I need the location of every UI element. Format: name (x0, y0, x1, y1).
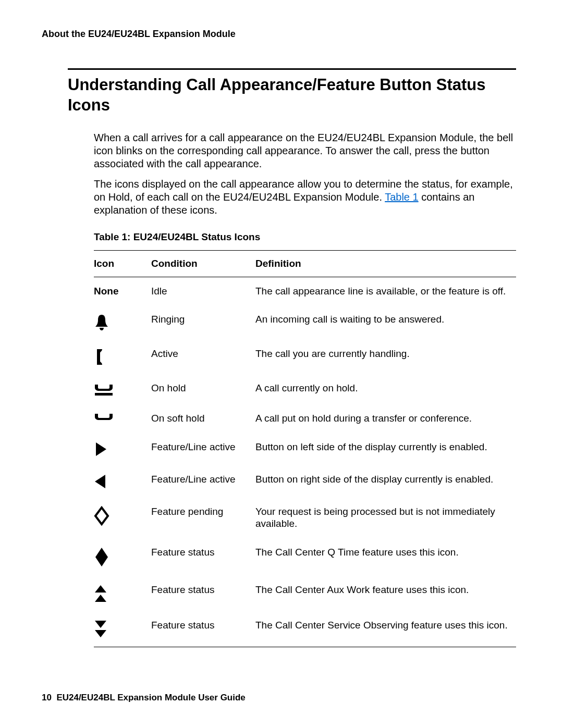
th-definition: Definition (255, 250, 516, 277)
page-footer: 10 EU24/EU24BL Expansion Module User Gui… (42, 693, 246, 703)
condition-cell: Ringing (151, 305, 255, 340)
svg-marker-2 (95, 475, 105, 488)
table-row: Active The call you are currently handli… (94, 340, 516, 374)
svg-marker-7 (95, 621, 106, 628)
svg-rect-0 (95, 393, 113, 396)
hold-icon (94, 382, 146, 396)
definition-cell: The Call Center Q Time feature uses this… (255, 538, 516, 576)
icon-cell (94, 340, 151, 374)
main-content: Understanding Call Appearance/Feature Bu… (68, 68, 516, 647)
svg-marker-5 (95, 585, 106, 593)
condition-cell: On soft hold (151, 404, 255, 433)
condition-cell: Idle (151, 277, 255, 305)
table-caption: Table 1: EU24/EU24BL Status Icons (94, 231, 516, 243)
section-rule (68, 68, 516, 70)
table-row: On hold A call currently on hold. (94, 374, 516, 404)
condition-cell: Feature pending (151, 498, 255, 538)
th-icon: Icon (94, 250, 151, 277)
diamond-outline-icon (94, 506, 146, 526)
bell-icon (94, 314, 146, 331)
page-number: 10 (42, 693, 52, 702)
icon-cell (94, 538, 151, 576)
definition-cell: The Call Center Aux Work feature uses th… (255, 576, 516, 611)
icon-cell (94, 498, 151, 538)
icon-cell (94, 374, 151, 404)
intro-paragraph-1: When a call arrives for a call appearanc… (94, 131, 516, 170)
definition-cell: Button on left side of the display curre… (255, 433, 516, 465)
triangle-left-icon (94, 474, 146, 489)
svg-marker-3 (95, 508, 108, 524)
table-row: Feature status The Call Center Service O… (94, 611, 516, 647)
condition-cell: Feature status (151, 611, 255, 647)
th-condition: Condition (151, 250, 255, 277)
condition-cell: Feature status (151, 576, 255, 611)
table-row: Ringing An incoming call is waiting to b… (94, 305, 516, 340)
page-title: Understanding Call Appearance/Feature Bu… (68, 75, 516, 116)
definition-cell: Button on right side of the display curr… (255, 465, 516, 498)
svg-marker-6 (95, 595, 106, 602)
definition-cell: An incoming call is waiting to be answer… (255, 305, 516, 340)
definition-cell: A call currently on hold. (255, 374, 516, 404)
table-header-row: Icon Condition Definition (94, 250, 516, 277)
definition-cell: Your request is being processed but is n… (255, 498, 516, 538)
condition-cell: Feature/Line active (151, 433, 255, 465)
svg-marker-8 (95, 630, 106, 637)
double-up-icon (94, 584, 146, 603)
icon-cell (94, 305, 151, 340)
handset-icon (94, 348, 146, 366)
icon-cell (94, 404, 151, 433)
table-row: Feature/Line active Button on right side… (94, 465, 516, 498)
icon-cell (94, 433, 151, 465)
triangle-right-icon (94, 441, 146, 457)
definition-cell: The Call Center Service Observing featur… (255, 611, 516, 647)
document-page: About the EU24/EU24BL Expansion Module U… (0, 0, 563, 728)
intro-paragraph-2: The icons displayed on the call appearan… (94, 178, 516, 217)
running-header: About the EU24/EU24BL Expansion Module (42, 29, 521, 40)
table-row: Feature status The Call Center Aux Work … (94, 576, 516, 611)
icon-cell: None (94, 277, 151, 305)
table-row: None Idle The call appearance line is av… (94, 277, 516, 305)
double-down-icon (94, 620, 146, 638)
condition-cell: Feature status (151, 538, 255, 576)
table-row: On soft hold A call put on hold during a… (94, 404, 516, 433)
soft-hold-icon (94, 413, 146, 423)
table-row: Feature/Line active Button on left side … (94, 433, 516, 465)
icon-cell (94, 611, 151, 647)
definition-cell: The call you are currently handling. (255, 340, 516, 374)
status-icons-table: Icon Condition Definition None Idle The … (94, 250, 516, 647)
table-row: Feature status The Call Center Q Time fe… (94, 538, 516, 576)
condition-cell: Active (151, 340, 255, 374)
svg-marker-4 (95, 548, 108, 566)
icon-cell (94, 465, 151, 498)
condition-cell: Feature/Line active (151, 465, 255, 498)
none-icon: None (94, 286, 119, 297)
table-1-link[interactable]: Table 1 (385, 191, 419, 203)
definition-cell: A call put on hold during a transfer or … (255, 404, 516, 433)
definition-cell: The call appearance line is available, o… (255, 277, 516, 305)
table-row: Feature pending Your request is being pr… (94, 498, 516, 538)
condition-cell: On hold (151, 374, 255, 404)
icon-cell (94, 576, 151, 611)
footer-title: EU24/EU24BL Expansion Module User Guide (56, 693, 245, 702)
svg-marker-1 (96, 442, 106, 456)
diamond-filled-icon (94, 547, 146, 567)
